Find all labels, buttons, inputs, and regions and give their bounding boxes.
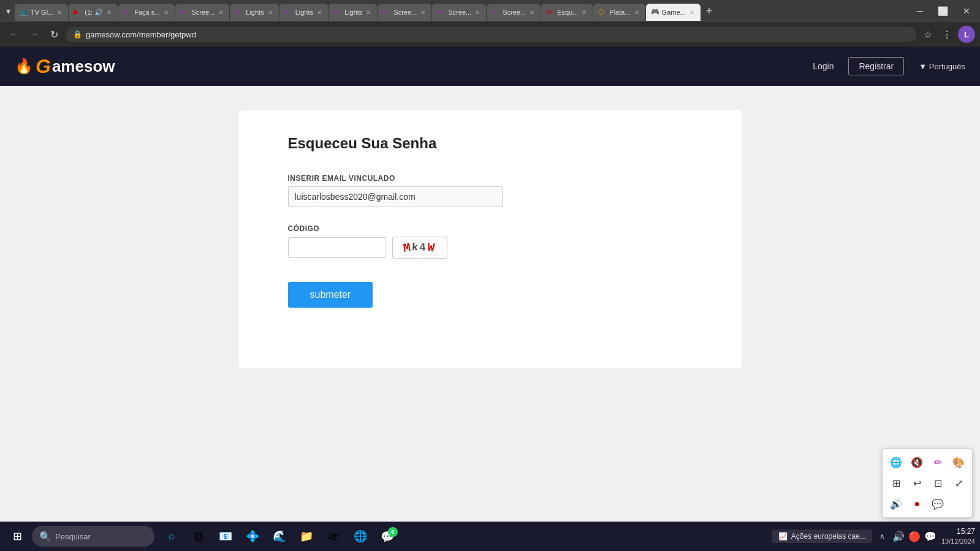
tab-close-5[interactable]: ✕ [267, 9, 274, 17]
tab-close-2[interactable]: ✕ [105, 9, 113, 17]
close-button[interactable]: ✕ [955, 4, 978, 18]
captcha-image[interactable]: M k 4 W [392, 237, 447, 259]
tab-close-10[interactable]: ✕ [528, 9, 536, 17]
tab-label-13: Game... [662, 9, 686, 16]
forward-button[interactable]: → [26, 26, 43, 42]
ft-pen-icon[interactable]: ✏ [928, 452, 948, 472]
ft-network-icon[interactable]: 🌐 [886, 452, 906, 472]
tab-12[interactable]: ⬡ Plata... ✕ [593, 4, 645, 21]
code-input[interactable] [288, 237, 386, 258]
address-bar: ← → ↻ 🔒 gamesow.com/member/getpwd ☆ ⋮ L [0, 22, 980, 47]
tab-close-7[interactable]: ✕ [365, 9, 372, 17]
browser-menu-button[interactable]: ⋮ [938, 26, 955, 43]
taskbar-icons: 🔊 🔴 💬 [892, 531, 936, 542]
taskbar-edge[interactable]: 🌊 [267, 524, 292, 549]
volume-icon[interactable]: 🔊 [892, 531, 905, 542]
taskbar-explorer[interactable]: 📁 [294, 524, 319, 549]
ft-discord-icon[interactable]: 💬 [928, 494, 948, 514]
network-icon[interactable]: 🔴 [908, 531, 921, 542]
captcha-char-4: W [426, 240, 436, 256]
system-tray[interactable]: ∧ [877, 531, 887, 542]
taskbar-chrome[interactable]: 🌐 [348, 524, 373, 549]
website: 🔥 G amesow Login Registrar ▼ Português E… [0, 47, 980, 551]
ft-color-icon[interactable]: 🎨 [949, 452, 968, 472]
register-button[interactable]: Registrar [848, 57, 904, 75]
tab-close-3[interactable]: ✕ [162, 9, 170, 17]
tab-label-10: Scree... [503, 9, 526, 16]
taskbar-store[interactable]: 🛍 [321, 524, 346, 549]
ft-mute-icon[interactable]: 🔇 [907, 452, 927, 472]
tab-close-13[interactable]: ✕ [688, 9, 696, 17]
ft-grid-icon[interactable]: ⊞ [886, 473, 906, 493]
task-view-icon: ⧉ [194, 530, 203, 544]
tab-5[interactable]: ✏ Lights ✕ [230, 4, 278, 21]
security-icon: 🔒 [73, 30, 82, 39]
profile-button[interactable]: L [958, 26, 975, 43]
taskbar-teams[interactable]: 💠 [240, 524, 265, 549]
ft-screen-icon[interactable]: ⊡ [928, 473, 948, 493]
maximize-button[interactable]: ⬜ [930, 4, 955, 18]
site-nav: Login Registrar ▼ Português [803, 57, 965, 75]
new-tab-button[interactable]: + [701, 4, 718, 19]
tab-close-9[interactable]: ✕ [474, 9, 481, 17]
tab-favicon-1: 📺 [20, 8, 28, 17]
tab-favicon-12: ⬡ [598, 8, 607, 17]
tab-close-4[interactable]: ✕ [217, 9, 224, 17]
tab-close-12[interactable]: ✕ [633, 9, 640, 17]
tab-7[interactable]: ✏ Lights ✕ [329, 4, 377, 21]
tab-close-1[interactable]: ✕ [56, 9, 63, 17]
tab-label-1: TV Gl... [31, 9, 53, 16]
notification-area[interactable]: 📈 Ações europeias cae... [772, 530, 872, 543]
tab-close-8[interactable]: ✕ [419, 9, 427, 17]
language-selector[interactable]: ▼ Português [919, 62, 965, 71]
tab-close-11[interactable]: ✕ [580, 9, 588, 17]
reload-button[interactable]: ↻ [47, 26, 62, 43]
explorer-icon: 📁 [300, 530, 313, 543]
minimize-button[interactable]: ─ [910, 4, 930, 18]
tab-close-6[interactable]: ✕ [316, 9, 323, 17]
date-display: 13/12/2024 [941, 537, 975, 546]
taskbar-cortana[interactable]: ○ [159, 524, 184, 549]
tab-3[interactable]: ✏ Faça s... ✕ [118, 4, 175, 21]
url-bar[interactable]: 🔒 gamesow.com/member/getpwd [66, 27, 916, 42]
taskbar-whatsapp[interactable]: 💬 6 [375, 524, 400, 549]
ft-undo-icon[interactable]: ↩ [907, 473, 927, 493]
ft-volume-icon[interactable]: 🔊 [886, 494, 906, 514]
tab-label-5: Lights [246, 9, 264, 16]
url-input[interactable]: gamesow.com/member/getpwd [86, 30, 909, 39]
taskbar-clock[interactable]: 15:27 13/12/2024 [941, 526, 975, 546]
site-header: 🔥 G amesow Login Registrar ▼ Português [0, 47, 980, 86]
tab-11[interactable]: ✉ Esqu... ✕ [541, 4, 593, 21]
taskbar-outlook[interactable]: 📧 [213, 524, 238, 549]
window-controls: ─ ⬜ ✕ [910, 4, 978, 18]
tab-13[interactable]: 🎮 Game... ✕ [646, 4, 701, 21]
bookmark-button[interactable]: ☆ [920, 26, 936, 43]
taskbar-task-view[interactable]: ⧉ [186, 524, 211, 549]
tab-2[interactable]: ▶ (1: 🔊 ✕ [69, 4, 118, 21]
login-button[interactable]: Login [803, 58, 843, 75]
tab-favicon-2: ▶ [74, 8, 82, 17]
taskbar-search[interactable]: 🔍 [32, 526, 154, 547]
floating-toolbar: 🌐 🔇 ✏ 🎨 ⊞ ↩ ⊡ ⤢ 🔊 ● 💬 [882, 448, 973, 518]
ft-stop-icon[interactable]: ● [907, 494, 927, 514]
start-button[interactable]: ⊞ [5, 524, 29, 549]
tab-6[interactable]: ✏ Lights ✕ [279, 4, 328, 21]
ft-expand-icon[interactable]: ⤢ [949, 473, 968, 493]
back-button[interactable]: ← [5, 26, 22, 42]
tab-1[interactable]: 📺 TV Gl... ✕ [15, 4, 68, 21]
tab-list-button[interactable]: ▾ [2, 4, 14, 18]
windows-icon: ⊞ [13, 530, 22, 543]
submit-button[interactable]: submeter [288, 282, 373, 308]
tab-4[interactable]: ✏ Scree... ✕ [175, 4, 229, 21]
form-card: Esqueceu Sua Senha INSERIR EMAIL VINCULA… [239, 110, 742, 368]
tab-10[interactable]: ✏ Scree... ✕ [487, 4, 541, 21]
tab-favicon-3: ✏ [123, 8, 132, 17]
tab-9[interactable]: ✏ Scree... ✕ [432, 4, 486, 21]
tab-label-4: Scree... [191, 9, 215, 16]
tab-bar: ▾ 📺 TV Gl... ✕ ▶ (1: 🔊 ✕ ✏ Faça s... ✕ ✏… [0, 0, 980, 22]
taskbar-search-input[interactable] [55, 532, 141, 541]
logo-text: amesow [52, 57, 115, 76]
email-input[interactable] [288, 186, 503, 207]
tab-8[interactable]: ✏ Scree... ✕ [378, 4, 431, 21]
discord-icon[interactable]: 💬 [924, 531, 936, 542]
